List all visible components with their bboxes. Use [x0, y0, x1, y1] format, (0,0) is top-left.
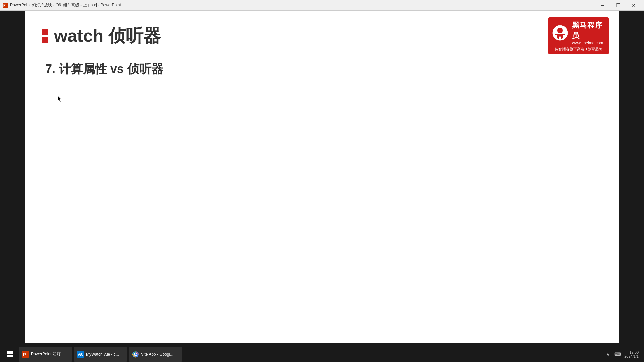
- svg-text:P: P: [3, 4, 6, 7]
- keyboard-icon[interactable]: ⌨: [613, 350, 622, 358]
- powerpoint-icon: P: [22, 351, 29, 358]
- title-icon-square-top: [42, 29, 48, 35]
- logo-text: 黑马程序员 www.itheima.com: [572, 20, 605, 45]
- taskbar-item-powerpoint[interactable]: P PowerPoint 幻灯...: [19, 347, 72, 362]
- start-button[interactable]: [3, 347, 17, 362]
- vscode-icon: VS: [77, 351, 84, 358]
- app-icon: P: [3, 3, 8, 8]
- vscode-label: MyWatch.vue - c...: [86, 352, 119, 357]
- slide-title-section: watch 侦听器: [42, 24, 602, 48]
- restore-button[interactable]: ❐: [610, 0, 626, 11]
- clock-time: 12:00: [624, 350, 639, 354]
- title-decoration-icon: [42, 29, 48, 43]
- chrome-label: Vite App - Googl...: [141, 352, 173, 357]
- svg-rect-6: [7, 355, 10, 357]
- clock-date: 2024/1/1: [624, 354, 639, 358]
- brand-icon: [552, 24, 569, 41]
- system-tray-chevron[interactable]: ∧: [605, 350, 611, 358]
- svg-text:P: P: [23, 352, 26, 357]
- svg-point-3: [557, 28, 563, 33]
- window-title: PowerPoint 幻灯片放映 - [06_组件高级 - 上.pptx] - …: [10, 2, 593, 8]
- chrome-icon: [132, 351, 139, 358]
- svg-rect-7: [10, 355, 13, 357]
- brand-name: 黑马程序员: [572, 20, 605, 41]
- slide-body-text: 7. 计算属性 vs 侦听器: [45, 62, 163, 76]
- title-bar: P PowerPoint 幻灯片放映 - [06_组件高级 - 上.pptx] …: [0, 0, 644, 11]
- title-icon-square-bottom: [42, 37, 48, 43]
- minimize-button[interactable]: ─: [595, 0, 610, 11]
- svg-text:VS: VS: [78, 353, 83, 357]
- svg-rect-4: [7, 351, 10, 354]
- brand-slogan: 传智播客旗下高端IT教育品牌: [555, 47, 602, 52]
- taskbar-item-chrome[interactable]: Vite App - Googl...: [129, 347, 182, 362]
- window-controls: ─ ❐ ✕: [595, 0, 641, 11]
- brand-website: www.itheima.com: [572, 41, 603, 45]
- slide-title: watch 侦听器: [54, 24, 161, 48]
- taskbar-item-vscode[interactable]: VS MyWatch.vue - c...: [74, 347, 127, 362]
- logo-top: 黑马程序员 www.itheima.com: [552, 20, 605, 45]
- svg-rect-5: [10, 351, 13, 354]
- close-button[interactable]: ✕: [626, 0, 641, 11]
- slide-container: 黑马程序员 www.itheima.com 传智播客旗下高端IT教育品牌 wat…: [25, 11, 619, 343]
- taskbar-right: ∧ ⌨ 12:00 2024/1/1: [605, 350, 641, 358]
- slide-content: 黑马程序员 www.itheima.com 传智播客旗下高端IT教育品牌 wat…: [25, 11, 619, 343]
- system-clock: 12:00 2024/1/1: [624, 350, 639, 358]
- taskbar: P PowerPoint 幻灯... VS MyWatch.vue - c...…: [0, 346, 644, 362]
- powerpoint-label: PowerPoint 幻灯...: [31, 351, 64, 357]
- logo-container: 黑马程序员 www.itheima.com 传智播客旗下高端IT教育品牌: [548, 17, 609, 54]
- svg-point-14: [135, 353, 137, 355]
- slide-body: 7. 计算属性 vs 侦听器: [42, 61, 602, 77]
